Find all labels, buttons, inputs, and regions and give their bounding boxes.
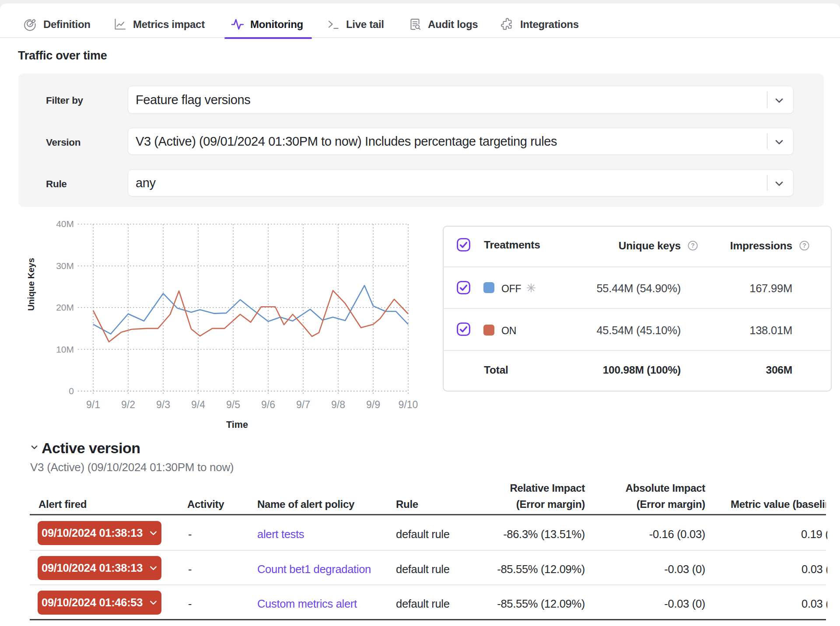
svg-text:30M: 30M (56, 261, 74, 271)
svg-text:9/6: 9/6 (261, 399, 275, 410)
svg-text:Time: Time (226, 420, 248, 430)
svg-text:10M: 10M (56, 344, 74, 354)
svg-text:?: ? (802, 242, 806, 249)
svg-text:0: 0 (69, 386, 74, 396)
svg-text:9/3: 9/3 (156, 399, 170, 410)
svg-text:9/2: 9/2 (121, 399, 135, 410)
svg-text:40M: 40M (56, 219, 74, 229)
svg-text:9/10: 9/10 (399, 399, 418, 410)
svg-text:9/7: 9/7 (296, 399, 310, 410)
svg-text:Unique Keys: Unique Keys (26, 258, 36, 311)
svg-text:9/1: 9/1 (86, 399, 100, 410)
svg-text:9/9: 9/9 (366, 399, 380, 410)
svg-text:9/8: 9/8 (331, 399, 345, 410)
svg-text:20M: 20M (56, 302, 74, 312)
svg-text:9/4: 9/4 (191, 399, 205, 410)
svg-text:9/5: 9/5 (226, 399, 240, 410)
